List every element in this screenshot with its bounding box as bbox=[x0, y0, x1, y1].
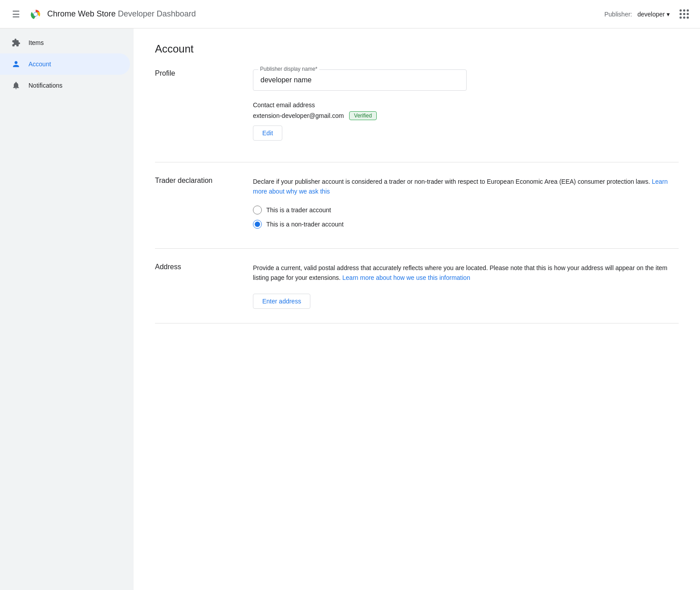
address-section-content: Provide a current, valid postal address … bbox=[253, 263, 679, 309]
dropdown-arrow-icon: ▾ bbox=[667, 11, 670, 18]
profile-section: Profile Publisher display name* Contact … bbox=[155, 69, 679, 162]
main-content: Account Profile Publisher display name* … bbox=[134, 28, 700, 590]
sidebar-item-items[interactable]: Items bbox=[0, 32, 130, 53]
contact-email-value: extension-developer@gmail.com bbox=[253, 112, 344, 119]
chrome-logo-icon bbox=[28, 7, 43, 21]
trader-radio-option[interactable]: This is a trader account bbox=[253, 206, 679, 214]
menu-icon[interactable]: ☰ bbox=[7, 5, 25, 23]
publisher-display-name-input[interactable] bbox=[253, 69, 467, 91]
publisher-display-name-label: Publisher display name* bbox=[258, 66, 319, 72]
header: ☰ Chrome Web Store Developer Dashboard P… bbox=[0, 0, 700, 28]
sidebar-account-label: Account bbox=[28, 61, 51, 68]
layout: Items Account Notifications Account Prof… bbox=[0, 28, 700, 590]
profile-section-content: Publisher display name* Contact email ad… bbox=[253, 69, 679, 148]
svg-point-1 bbox=[34, 12, 37, 16]
app-logo: Chrome Web Store Developer Dashboard bbox=[28, 7, 196, 21]
publisher-label: Publisher: bbox=[604, 11, 632, 18]
trader-radio-input[interactable] bbox=[253, 206, 262, 214]
bell-icon bbox=[11, 80, 21, 91]
trader-description: Declare if your publisher account is con… bbox=[253, 177, 679, 197]
contact-email-section: Contact email address extension-develope… bbox=[253, 101, 679, 141]
sidebar-items-label: Items bbox=[28, 39, 44, 46]
address-description: Provide a current, valid postal address … bbox=[253, 263, 679, 283]
address-learn-more-link[interactable]: Learn more about how we use this informa… bbox=[342, 274, 470, 281]
person-icon bbox=[11, 59, 21, 69]
header-right: Publisher: developer ▾ bbox=[604, 5, 693, 23]
sidebar: Items Account Notifications bbox=[0, 28, 134, 590]
enter-address-button[interactable]: Enter address bbox=[253, 294, 310, 309]
extensions-icon bbox=[11, 37, 21, 48]
publisher-name: developer bbox=[638, 11, 665, 18]
non-trader-radio-label: This is a non-trader account bbox=[266, 221, 344, 228]
sidebar-item-notifications[interactable]: Notifications bbox=[0, 75, 130, 96]
contact-email-row: extension-developer@gmail.com Verified bbox=[253, 111, 679, 120]
verified-badge: Verified bbox=[349, 111, 377, 120]
sidebar-notifications-label: Notifications bbox=[28, 82, 62, 89]
publisher-dropdown[interactable]: developer ▾ bbox=[638, 11, 670, 18]
profile-section-label: Profile bbox=[155, 69, 253, 148]
edit-email-button[interactable]: Edit bbox=[253, 125, 282, 141]
trader-declaration-section: Trader declaration Declare if your publi… bbox=[155, 162, 679, 249]
publisher-display-name-field[interactable]: Publisher display name* bbox=[253, 69, 467, 91]
non-trader-radio-option[interactable]: This is a non-trader account bbox=[253, 220, 679, 229]
contact-email-label: Contact email address bbox=[253, 101, 679, 109]
sidebar-item-account[interactable]: Account bbox=[0, 53, 130, 75]
trader-radio-label: This is a trader account bbox=[266, 206, 331, 214]
non-trader-radio-input[interactable] bbox=[253, 220, 262, 229]
apps-grid-icon[interactable] bbox=[675, 5, 693, 23]
address-section-label: Address bbox=[155, 263, 253, 309]
app-title: Chrome Web Store Developer Dashboard bbox=[47, 9, 196, 19]
trader-section-content: Declare if your publisher account is con… bbox=[253, 177, 679, 234]
address-section: Address Provide a current, valid postal … bbox=[155, 249, 679, 323]
page-title: Account bbox=[155, 43, 679, 55]
trader-section-label: Trader declaration bbox=[155, 177, 253, 234]
